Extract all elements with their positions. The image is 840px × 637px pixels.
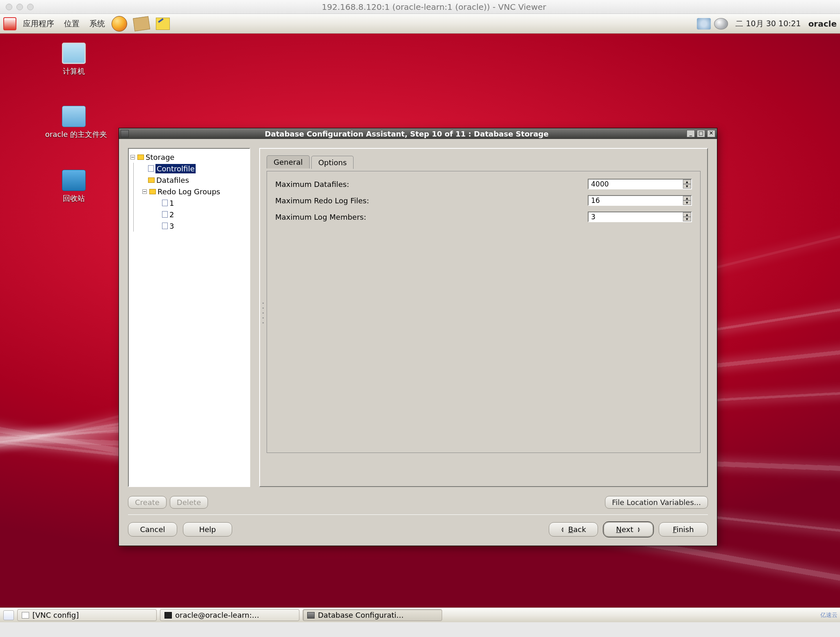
tab-options-body: Maximum Datafiles: ▲▼ Maximum Redo Log F… (267, 171, 701, 453)
terminal-icon (164, 612, 172, 619)
tab-options[interactable]: Options (311, 156, 354, 169)
mac-window-title: 192.168.8.120:1 (oracle-learn:1 (oracle)… (34, 2, 834, 12)
label-max-redo: Maximum Redo Log Files: (275, 196, 447, 205)
storage-tree[interactable]: −Storage Controlfile Datafiles −Redo Log… (128, 148, 250, 487)
watermark: 亿速云 (820, 612, 838, 619)
window-close-button[interactable]: ✕ (707, 130, 715, 137)
taskbar-label: oracle@oracle-learn:… (175, 611, 259, 619)
tree-node-redo-2[interactable]: 2 (130, 209, 248, 220)
spin-down-icon[interactable]: ▼ (683, 200, 691, 205)
network-icon[interactable] (697, 18, 711, 30)
tree-node-controlfile[interactable]: Controlfile (130, 163, 248, 174)
spinner-max-members[interactable]: ▲▼ (588, 212, 692, 222)
list-action-row: Create Delete File Location Variables... (119, 496, 717, 512)
chevron-left-icon: ⦉ (561, 526, 564, 533)
spin-up-icon[interactable]: ▲ (683, 180, 691, 184)
spin-up-icon[interactable]: ▲ (683, 196, 691, 200)
menu-applications[interactable]: 应用程序 (20, 17, 57, 31)
finish-button[interactable]: FinishFinish (659, 522, 708, 537)
dialog-title-text: Database Configuration Assistant, Step 1… (129, 130, 685, 138)
spin-down-icon[interactable]: ▼ (683, 217, 691, 221)
desktop-icon-label: oracle 的主文件夹 (45, 130, 103, 139)
file-icon (148, 165, 154, 172)
tree-node-redo-3[interactable]: 3 (130, 220, 248, 232)
mac-close-button[interactable] (6, 4, 12, 10)
remote-desktop: 计算机 oracle 的主文件夹 回收站 Database Configurat… (0, 34, 840, 622)
desktop-icon-label: 计算机 (45, 66, 103, 76)
label-max-members: Maximum Log Members: (275, 213, 447, 221)
file-icon (162, 200, 168, 206)
desktop-icon-home[interactable]: oracle 的主文件夹 (45, 106, 103, 139)
mail-icon[interactable] (133, 16, 150, 31)
dialog-titlebar[interactable]: Database Configuration Assistant, Step 1… (119, 128, 717, 139)
computer-icon (62, 43, 86, 64)
tab-general[interactable]: General (267, 155, 310, 168)
spin-up-icon[interactable]: ▲ (683, 212, 691, 217)
file-location-variables-button[interactable]: File Location Variables... (605, 496, 708, 509)
taskbar-label: [VNC config] (32, 611, 79, 619)
window-maximize-button[interactable]: □ (697, 130, 705, 137)
folder-icon (149, 189, 156, 194)
mac-min-button[interactable] (16, 4, 23, 10)
distro-logo-icon[interactable] (3, 17, 16, 30)
tree-node-datafiles[interactable]: Datafiles (130, 174, 248, 186)
wizard-nav: Cancel Help ⦉BBackack NextNext⦊ FinishFi… (119, 515, 717, 546)
gnome-bottom-panel: [VNC config] oracle@oracle-learn:… Datab… (0, 607, 840, 622)
chevron-right-icon: ⦊ (637, 526, 641, 533)
label-max-datafiles: Maximum Datafiles: (275, 180, 447, 189)
menu-system[interactable]: 系统 (86, 17, 108, 31)
mac-traffic-lights (6, 4, 34, 10)
window-icon (22, 612, 29, 619)
app-icon (307, 612, 315, 619)
volume-icon[interactable] (714, 18, 728, 30)
dbca-dialog: Database Configuration Assistant, Step 1… (119, 128, 717, 546)
desktop-icon-label: 回收站 (45, 193, 103, 203)
trash-icon (62, 170, 86, 191)
folder-icon (137, 155, 144, 160)
mac-titlebar: 192.168.8.120:1 (oracle-learn:1 (oracle)… (0, 0, 840, 14)
input-max-datafiles[interactable] (589, 180, 683, 189)
show-desktop-button[interactable] (3, 610, 14, 620)
notes-icon[interactable] (156, 18, 170, 30)
taskbar-item-vnc-config[interactable]: [VNC config] (17, 609, 157, 621)
spinner-max-datafiles[interactable]: ▲▼ (588, 179, 692, 189)
splitter-handle[interactable] (260, 300, 262, 325)
cancel-button[interactable]: Cancel (128, 522, 177, 537)
dialog-app-icon (121, 130, 129, 137)
tab-bar: General Options (267, 155, 701, 168)
firefox-icon[interactable] (112, 16, 127, 32)
tree-node-storage[interactable]: −Storage (130, 151, 248, 163)
input-max-members[interactable] (589, 212, 683, 221)
window-minimize-button[interactable]: _ (687, 130, 695, 137)
tree-node-redo-log-groups[interactable]: −Redo Log Groups (130, 186, 248, 197)
clock[interactable]: 二 10月 30 10:21 (735, 18, 801, 29)
taskbar-item-dbca[interactable]: Database Configurati… (303, 609, 442, 621)
desktop-icon-computer[interactable]: 计算机 (45, 43, 103, 76)
spin-down-icon[interactable]: ▼ (683, 184, 691, 189)
next-button[interactable]: NextNext⦊ (604, 522, 653, 537)
tree-label-selected: Controlfile (155, 164, 196, 173)
create-button[interactable]: Create (128, 496, 167, 509)
taskbar-item-terminal[interactable]: oracle@oracle-learn:… (160, 609, 299, 621)
menu-places[interactable]: 位置 (61, 17, 83, 31)
delete-button[interactable]: Delete (170, 496, 208, 509)
tree-node-redo-1[interactable]: 1 (130, 197, 248, 209)
mac-zoom-button[interactable] (27, 4, 34, 10)
taskbar-label: Database Configurati… (318, 611, 404, 619)
input-max-redo[interactable] (589, 196, 683, 205)
desktop-icon-trash[interactable]: 回收站 (45, 170, 103, 203)
file-icon (162, 211, 168, 218)
file-icon (162, 223, 168, 229)
detail-panel: General Options Maximum Datafiles: ▲▼ Ma… (259, 148, 708, 487)
collapse-icon[interactable]: − (130, 155, 135, 159)
gnome-top-panel: 应用程序 位置 系统 二 10月 30 10:21 oracle (0, 14, 840, 34)
folder-icon (148, 177, 155, 183)
home-folder-icon (62, 106, 86, 127)
user-menu[interactable]: oracle (808, 19, 837, 29)
help-button[interactable]: Help (183, 522, 232, 537)
spinner-max-redo[interactable]: ▲▼ (588, 195, 692, 206)
back-button[interactable]: ⦉BBackack (549, 522, 598, 537)
collapse-icon[interactable]: − (142, 189, 147, 194)
